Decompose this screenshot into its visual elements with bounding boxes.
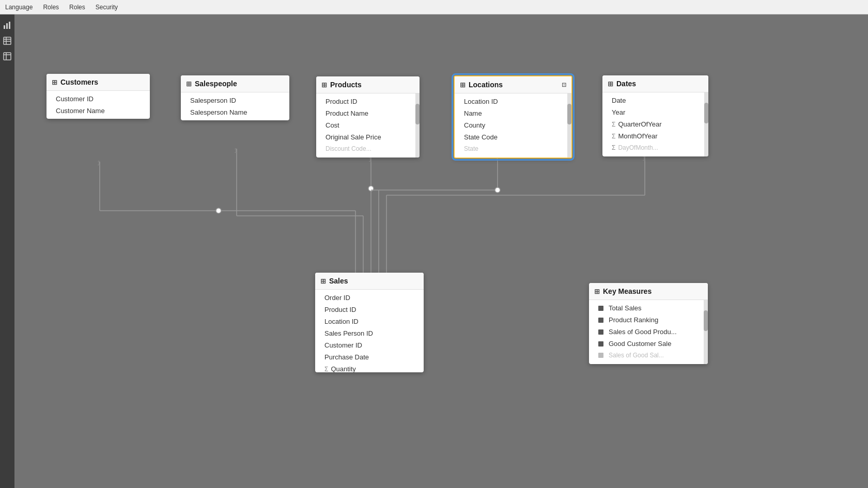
field-name: Date <box>612 97 626 104</box>
field-name: Cost <box>326 121 339 129</box>
table-row: Product Ranking <box>589 314 703 326</box>
field-name: Product Name <box>326 109 368 117</box>
roles-menu-1[interactable]: Roles <box>43 4 59 11</box>
maximize-icon[interactable]: ⊡ <box>562 82 566 88</box>
table-header-icon: ⊞ <box>320 277 326 285</box>
table-row: Product Name <box>316 107 414 119</box>
sigma-icon: Σ <box>324 366 328 373</box>
table-header-icon: ⊞ <box>460 81 466 89</box>
table-row: Good Customer Sale <box>589 338 703 350</box>
table-row: Customer Name <box>47 105 150 117</box>
table-row: Product ID <box>316 96 414 107</box>
customers-table: ⊞ Customers Customer ID Customer Name <box>47 74 150 119</box>
language-menu[interactable]: Language <box>5 4 33 11</box>
field-name: Original Sale Price <box>326 133 381 141</box>
field-name: Discount Code... <box>326 145 371 152</box>
salespeople-title: Salespeople <box>195 80 237 88</box>
table-row: Σ Quantity <box>315 363 424 372</box>
field-name: QuarterOfYear <box>618 120 661 128</box>
field-name: Customer ID <box>56 95 94 103</box>
table-row: Date <box>602 95 703 106</box>
field-name: Product ID <box>326 98 357 105</box>
key-measures-scrollbar[interactable] <box>704 300 708 364</box>
products-header: ⊞ Products <box>316 76 420 93</box>
field-name: Salesperson ID <box>190 97 236 104</box>
salespeople-body: Salesperson ID Salesperson Name <box>181 92 289 120</box>
key-measures-table: ⊞ Key Measures Total Sales Product Ranki… <box>589 283 708 364</box>
field-name: Product Ranking <box>609 316 658 324</box>
field-name: Location ID <box>464 98 498 105</box>
products-scrollbar[interactable] <box>415 93 420 158</box>
sales-table: ⊞ Sales Order ID Product ID Location ID … <box>315 273 424 372</box>
field-name: MonthOfYear <box>618 132 657 140</box>
salespeople-header: ⊞ Salespeople <box>181 75 289 92</box>
dates-table: ⊞ Dates Date Year Σ QuarterOfYear Σ Mont… <box>602 75 708 156</box>
table-row: Salesperson Name <box>181 106 289 118</box>
key-measures-body: Total Sales Product Ranking Sales of Goo… <box>589 300 708 364</box>
field-name: Order ID <box>324 294 350 302</box>
svg-rect-1 <box>6 23 8 29</box>
svg-text:1: 1 <box>234 147 238 154</box>
svg-rect-0 <box>4 25 5 29</box>
measure-icon <box>598 306 603 311</box>
table-row: Customer ID <box>315 339 424 351</box>
field-name: Good Customer Sale <box>609 340 671 348</box>
products-title: Products <box>330 81 362 89</box>
field-name: Purchase Date <box>324 353 369 361</box>
field-name: Salesperson Name <box>190 108 247 116</box>
locations-title: Locations <box>469 81 503 89</box>
svg-rect-3 <box>4 37 11 44</box>
table-row: Location ID <box>455 96 566 107</box>
table-row: State <box>455 143 566 155</box>
table-row: Sales Person ID <box>315 327 424 339</box>
field-name: Total Sales <box>609 304 642 312</box>
table-row: County <box>455 119 566 131</box>
table-row: Product ID <box>315 304 424 316</box>
customers-title: Customers <box>60 78 98 86</box>
table-row: Σ DayOfMonth... <box>602 142 703 154</box>
svg-rect-7 <box>4 53 11 60</box>
sigma-icon: Σ <box>612 133 615 140</box>
locations-body: Location ID Name County State Code State <box>455 93 571 158</box>
locations-table: ⊞ Locations ⊡ Location ID Name County St… <box>454 75 572 159</box>
field-name: Year <box>612 108 625 116</box>
roles-menu-2[interactable]: Roles <box>69 4 85 11</box>
field-name: County <box>464 121 485 129</box>
table-row: Name <box>455 107 566 119</box>
table-header-icon: ⊞ <box>608 80 613 88</box>
dates-scrollbar[interactable] <box>704 92 708 156</box>
field-name: Quantity <box>331 365 355 372</box>
table-row: Sales of Good Sal... <box>589 350 703 362</box>
table-row: Location ID <box>315 316 424 327</box>
key-measures-title: Key Measures <box>603 287 652 295</box>
svg-point-21 <box>368 186 374 191</box>
svg-point-26 <box>495 187 500 193</box>
canvas: 1 1 1 1 1 ✦ ✦ ✦ ✦ ✦ ⊞ Customers <box>14 14 868 488</box>
field-name: Customer Name <box>56 107 105 115</box>
table-icon[interactable] <box>2 35 13 46</box>
products-table: ⊞ Products Product ID Product Name Cost … <box>316 76 420 158</box>
table-row: Customer ID <box>47 93 150 105</box>
chart-icon[interactable] <box>2 20 13 31</box>
locations-scrollbar[interactable] <box>567 93 571 158</box>
svg-point-13 <box>216 208 221 213</box>
table-row: Purchase Date <box>315 351 424 363</box>
customers-header: ⊞ Customers <box>47 74 150 91</box>
field-name: Sales of Good Produ... <box>609 328 677 336</box>
field-name: Sales of Good Sal... <box>609 352 664 359</box>
table-row: State Code <box>455 131 566 143</box>
field-name: Product ID <box>324 306 356 313</box>
locations-header: ⊞ Locations ⊡ <box>455 76 571 93</box>
products-body: Product ID Product Name Cost Original Sa… <box>316 93 420 158</box>
dates-title: Dates <box>616 80 636 88</box>
model-icon[interactable] <box>2 51 13 62</box>
table-header-icon: ⊞ <box>186 80 192 88</box>
table-header-icon: ⊞ <box>594 288 600 295</box>
security-menu[interactable]: Security <box>96 4 118 11</box>
table-header-icon: ⊞ <box>321 81 327 89</box>
table-row: Original Sale Price <box>316 131 414 143</box>
table-row: Cost <box>316 119 414 131</box>
customers-body: Customer ID Customer Name <box>47 91 150 119</box>
table-row: Total Sales <box>589 302 703 314</box>
field-name: Sales Person ID <box>324 329 373 337</box>
